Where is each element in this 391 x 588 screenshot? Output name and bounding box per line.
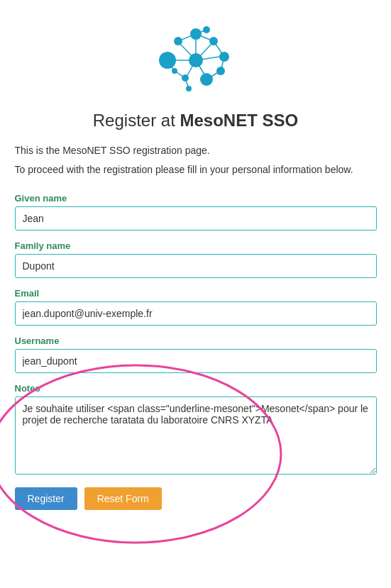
logo bbox=[153, 21, 238, 102]
description-line2: To proceed with the registration please … bbox=[15, 162, 377, 177]
username-input[interactable] bbox=[15, 349, 377, 373]
family-name-label: Family name bbox=[15, 240, 377, 251]
reset-button[interactable]: Reset Form bbox=[84, 487, 162, 510]
register-button[interactable]: Register bbox=[15, 487, 77, 510]
username-group: Username bbox=[15, 335, 377, 373]
notes-group: Notes Je souhaite utiliser <span class="… bbox=[15, 383, 377, 477]
given-name-input[interactable] bbox=[15, 206, 377, 231]
given-name-label: Given name bbox=[15, 193, 377, 204]
svg-line-22 bbox=[214, 41, 224, 57]
username-label: Username bbox=[15, 335, 377, 346]
notes-section: Notes Je souhaite utiliser <span class="… bbox=[15, 383, 377, 510]
page-title: Register at MesoNET SSO bbox=[93, 111, 298, 131]
notes-label: Notes bbox=[15, 383, 377, 394]
buttons-row: Register Reset Form bbox=[15, 487, 377, 510]
email-input[interactable] bbox=[15, 301, 377, 326]
notes-textarea[interactable]: Je souhaite utiliser <span class="underl… bbox=[15, 396, 377, 475]
page-container: Register at MesoNET SSO This is the Meso… bbox=[15, 14, 377, 574]
family-name-input[interactable] bbox=[15, 254, 377, 278]
registration-form: Given name Family name Email Username No… bbox=[15, 193, 377, 510]
email-group: Email bbox=[15, 288, 377, 326]
email-label: Email bbox=[15, 288, 377, 299]
family-name-group: Family name bbox=[15, 240, 377, 278]
svg-line-25 bbox=[175, 71, 185, 78]
svg-line-13 bbox=[180, 44, 196, 60]
description-line1: This is the MesoNET SSO registration pag… bbox=[15, 143, 377, 158]
given-name-group: Given name bbox=[15, 193, 377, 231]
